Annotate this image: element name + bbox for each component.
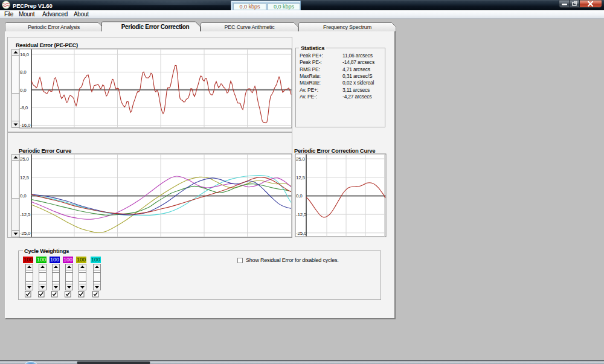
svg-text:25,0: 25,0 — [296, 156, 306, 162]
svg-text:-25,0: -25,0 — [20, 231, 31, 236]
svg-text:-12,5: -12,5 — [296, 212, 307, 217]
svg-text:-8,0: -8,0 — [20, 105, 28, 110]
svg-text:-12,5: -12,5 — [20, 212, 31, 217]
svg-text:25,0: 25,0 — [20, 156, 30, 162]
svg-text:12,5: 12,5 — [296, 175, 306, 180]
svg-text:0,0: 0,0 — [296, 193, 303, 199]
svg-text:0,0: 0,0 — [20, 88, 27, 93]
svg-text:-25,0: -25,0 — [296, 231, 307, 236]
svg-text:0,0: 0,0 — [20, 193, 27, 199]
svg-text:-16,0: -16,0 — [20, 123, 31, 128]
svg-text:8,0: 8,0 — [20, 69, 27, 75]
svg-text:12,5: 12,5 — [20, 175, 30, 180]
svg-text:16,0: 16,0 — [20, 52, 30, 57]
